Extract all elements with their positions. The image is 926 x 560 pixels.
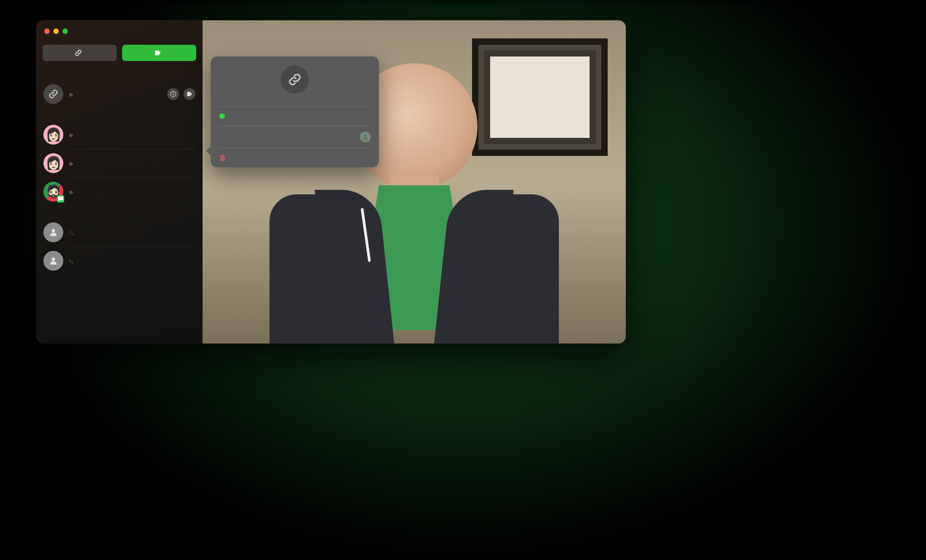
video-call-button[interactable] <box>184 88 195 100</box>
avatar: 👩🏻 <box>43 153 63 173</box>
sidebar: 👩🏻 👩🏻 <box>36 20 203 344</box>
avatar <box>43 222 63 242</box>
call-subtitle <box>69 231 195 235</box>
person-icon <box>48 256 58 266</box>
create-link-button[interactable] <box>43 45 117 61</box>
call-subtitle <box>69 161 195 166</box>
memoji-icon: 👩🏻 <box>46 157 61 169</box>
section-header-upcoming <box>36 67 203 80</box>
call-info <box>69 160 195 166</box>
popover-header <box>211 56 379 106</box>
phone-icon <box>69 259 74 264</box>
call-row[interactable] <box>36 218 203 246</box>
share-icon <box>363 134 368 140</box>
avatar: 👩🏻 <box>43 125 63 145</box>
row-actions <box>167 88 195 100</box>
call-info <box>69 189 195 195</box>
call-row[interactable] <box>36 247 203 275</box>
info-button[interactable] <box>167 88 179 100</box>
call-info <box>69 230 195 235</box>
call-row[interactable]: 🧔🏻 <box>36 178 203 206</box>
video-icon <box>219 113 226 120</box>
video-icon <box>186 91 193 97</box>
avatar <box>43 251 63 271</box>
facetime-link-popover <box>211 56 379 167</box>
close-window-button[interactable] <box>44 28 50 34</box>
call-subtitle <box>69 133 195 138</box>
call-subtitle <box>69 259 195 264</box>
call-row[interactable]: 👩🏻 <box>36 149 203 177</box>
trash-icon <box>219 154 226 161</box>
video-icon <box>69 133 74 138</box>
info-icon <box>170 91 176 97</box>
video-icon <box>154 49 161 56</box>
sidebar-toolbar <box>36 34 203 67</box>
call-subtitle <box>69 190 195 195</box>
popover-link-icon <box>281 66 309 94</box>
avatar-link-icon <box>43 84 63 104</box>
link-icon <box>48 89 58 99</box>
delete-link-button[interactable] <box>211 148 379 167</box>
zoom-window-button[interactable] <box>62 28 68 34</box>
call-subtitle <box>69 92 162 97</box>
call-row-facetime-link[interactable] <box>36 80 203 108</box>
phone-icon <box>69 231 74 235</box>
video-icon <box>69 92 74 97</box>
section-header-this-week <box>36 206 203 218</box>
call-info <box>69 132 195 138</box>
messages-badge-icon <box>57 195 64 202</box>
section-header-yesterday <box>36 108 203 121</box>
link-icon <box>75 49 82 56</box>
facetime-window: 👩🏻 👩🏻 <box>36 20 626 344</box>
person-icon <box>48 227 58 237</box>
avatar: 🧔🏻 <box>43 182 63 202</box>
facetime-link-url-row <box>211 126 379 148</box>
window-traffic-lights <box>36 20 203 34</box>
new-facetime-button[interactable] <box>122 45 196 61</box>
video-icon <box>69 161 74 166</box>
call-info <box>69 258 195 264</box>
calls-list[interactable]: 👩🏻 👩🏻 <box>36 67 203 344</box>
join-facetime-button[interactable] <box>211 107 379 126</box>
call-row[interactable]: 👩🏻 <box>36 121 203 149</box>
minimize-window-button[interactable] <box>53 28 59 34</box>
call-info <box>69 91 162 97</box>
memoji-icon: 👩🏻 <box>46 128 61 141</box>
video-icon <box>69 190 74 195</box>
link-icon <box>288 73 302 86</box>
share-link-button[interactable] <box>360 132 371 142</box>
